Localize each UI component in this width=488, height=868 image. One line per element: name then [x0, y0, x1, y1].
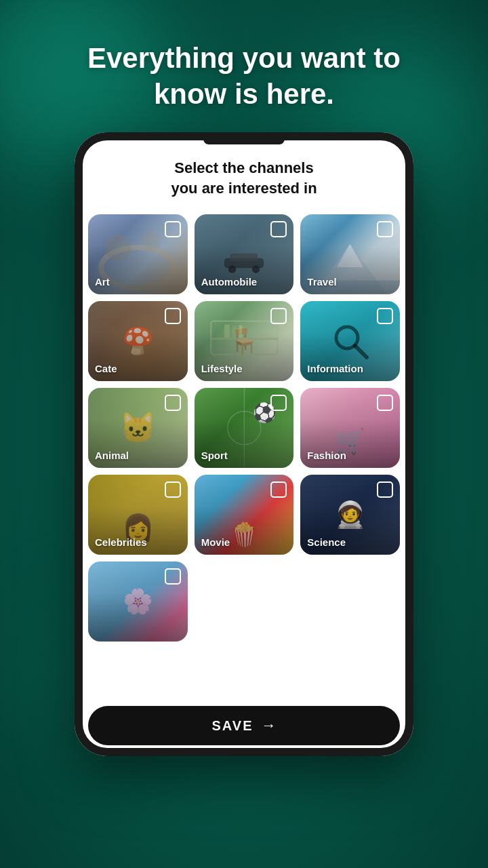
save-bar: SAVE → — [75, 698, 413, 756]
svg-marker-8 — [337, 244, 363, 267]
label-science: Science — [307, 536, 346, 548]
svg-point-18 — [227, 412, 260, 445]
svg-rect-4 — [230, 254, 258, 262]
screen-title: Select the channels you are interested i… — [88, 158, 400, 198]
checkbox-cate[interactable] — [165, 308, 181, 324]
svg-point-0 — [101, 248, 174, 288]
channel-card-extra[interactable]: 🌸 — [88, 561, 188, 642]
svg-rect-14 — [239, 326, 242, 338]
checkbox-animal[interactable] — [165, 395, 181, 411]
save-label: SAVE — [212, 718, 253, 734]
svg-rect-13 — [232, 327, 236, 338]
label-cate: Cate — [95, 363, 117, 374]
svg-point-6 — [252, 266, 260, 274]
checkbox-sport[interactable] — [270, 395, 287, 411]
car-icon — [217, 250, 271, 274]
checkbox-fashion[interactable] — [377, 395, 393, 411]
phone-screen: Select the channels you are interested i… — [75, 144, 413, 698]
svg-line-16 — [355, 346, 367, 357]
label-sport: Sport — [201, 450, 228, 461]
checkbox-celebrities[interactable] — [165, 481, 181, 498]
svg-point-2 — [141, 231, 161, 252]
channel-card-art[interactable]: Art — [88, 214, 188, 294]
channel-card-cate[interactable]: 🍄 Cate — [88, 301, 188, 381]
label-art: Art — [95, 276, 110, 288]
channel-card-animal[interactable]: 🐱 Animal — [88, 388, 188, 468]
label-information: Information — [307, 363, 363, 374]
svg-point-1 — [104, 235, 131, 261]
label-animal: Animal — [95, 450, 129, 461]
main-headline: Everything you want to know is here. — [47, 41, 441, 112]
checkbox-automobile[interactable] — [270, 221, 287, 237]
label-travel: Travel — [307, 276, 336, 288]
checkbox-science[interactable] — [377, 481, 393, 498]
checkbox-lifestyle[interactable] — [270, 308, 287, 324]
channel-card-celebrities[interactable]: 👩 Celebrities — [88, 475, 188, 555]
checkbox-movie[interactable] — [270, 481, 287, 498]
label-fashion: Fashion — [307, 450, 346, 461]
svg-rect-12 — [224, 325, 229, 338]
channel-card-information[interactable]: Information — [300, 301, 400, 381]
svg-rect-10 — [211, 321, 277, 355]
channels-grid: Art Automobile — [88, 214, 400, 642]
channel-card-automobile[interactable]: Automobile — [195, 214, 294, 294]
label-automobile: Automobile — [201, 276, 258, 288]
label-lifestyle: Lifestyle — [201, 363, 243, 374]
label-celebrities: Celebrities — [95, 536, 147, 548]
checkbox-art[interactable] — [165, 221, 181, 237]
save-arrow-icon: → — [261, 717, 276, 734]
channel-card-fashion[interactable]: 🛒 Fashion — [300, 388, 400, 468]
svg-point-15 — [336, 327, 358, 349]
channel-card-travel[interactable]: Travel — [300, 214, 400, 294]
save-button[interactable]: SAVE → — [88, 706, 400, 745]
checkbox-extra[interactable] — [165, 568, 181, 585]
checkbox-information[interactable] — [377, 308, 393, 324]
phone-frame: Select the channels you are interested i… — [75, 132, 413, 756]
svg-point-5 — [228, 266, 237, 274]
phone-notch — [203, 138, 285, 144]
checkbox-travel[interactable] — [377, 221, 393, 237]
svg-rect-3 — [224, 258, 264, 269]
label-movie: Movie — [201, 536, 230, 548]
svg-rect-11 — [211, 338, 277, 340]
channel-card-science[interactable]: 🧑‍🚀 Science — [300, 475, 400, 555]
channel-card-lifestyle[interactable]: 🪑 Lifestyle — [195, 301, 294, 381]
channel-card-movie[interactable]: 🍿 Movie — [195, 475, 294, 555]
channel-card-sport[interactable]: ⚽ Sport — [195, 388, 294, 468]
